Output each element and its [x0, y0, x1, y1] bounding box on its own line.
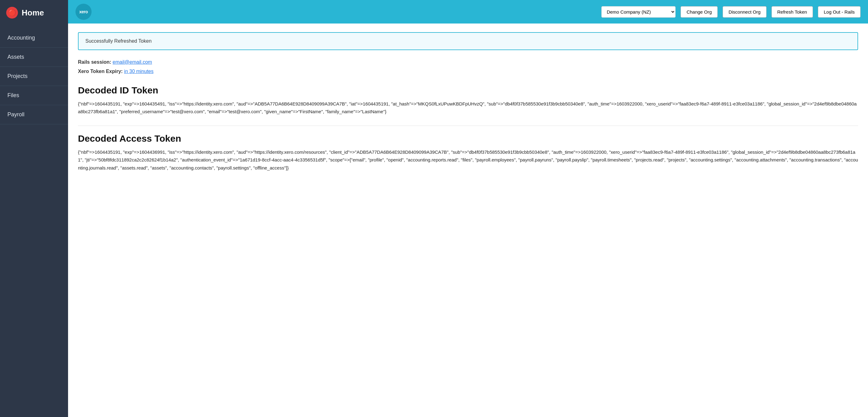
alert-banner: Successfully Refreshed Token — [78, 32, 858, 50]
decoded-access-body: {"nbf"=>1604435191, "exp"=>1604436991, "… — [78, 148, 858, 172]
refresh-token-button[interactable]: Refresh Token — [772, 6, 813, 18]
sidebar-item-files[interactable]: Files — [0, 86, 68, 105]
decoded-access-title: Decoded Access Token — [78, 133, 858, 144]
session-line: Rails session: email@email.com — [78, 58, 858, 67]
logout-button[interactable]: Log Out - Rails — [818, 6, 861, 18]
session-info: Rails session: email@email.com Xero Toke… — [78, 58, 858, 76]
decoded-id-title: Decoded ID Token — [78, 85, 858, 96]
sidebar-item-projects[interactable]: Projects — [0, 67, 68, 86]
org-selector[interactable]: Demo Company (NZ)Another Org — [601, 6, 676, 18]
main-area: xero Demo Company (NZ)Another Org Change… — [68, 0, 868, 417]
alert-message: Successfully Refreshed Token — [85, 38, 152, 43]
session-label: Rails session: — [78, 59, 111, 65]
sidebar-item-accounting[interactable]: Accounting — [0, 28, 68, 47]
sidebar-nav: Accounting Assets Projects Files Payroll — [0, 28, 68, 124]
decoded-id-body: {"nbf"=>1604435191, "exp"=>1604435491, "… — [78, 100, 858, 116]
disconnect-org-button[interactable]: Disconnect Org — [723, 6, 766, 18]
topbar: xero Demo Company (NZ)Another Org Change… — [68, 0, 868, 24]
app-logo-icon: 🔴 — [6, 7, 18, 19]
divider — [78, 126, 858, 126]
expiry-value-link[interactable]: in 30 minutes — [124, 69, 153, 74]
sidebar-header: 🔴 Home — [0, 0, 68, 25]
expiry-line: Xero Token Expiry: in 30 minutes — [78, 67, 858, 76]
sidebar-item-payroll[interactable]: Payroll — [0, 105, 68, 124]
sidebar-item-assets[interactable]: Assets — [0, 47, 68, 67]
content-area: Successfully Refreshed Token Rails sessi… — [68, 24, 868, 417]
expiry-label: Xero Token Expiry: — [78, 69, 123, 74]
xero-logo-icon: xero — [75, 4, 92, 20]
change-org-button[interactable]: Change Org — [681, 6, 718, 18]
session-email-link[interactable]: email@email.com — [113, 59, 152, 65]
sidebar: 🔴 Home Accounting Assets Projects Files … — [0, 0, 68, 417]
app-title: Home — [22, 8, 44, 18]
